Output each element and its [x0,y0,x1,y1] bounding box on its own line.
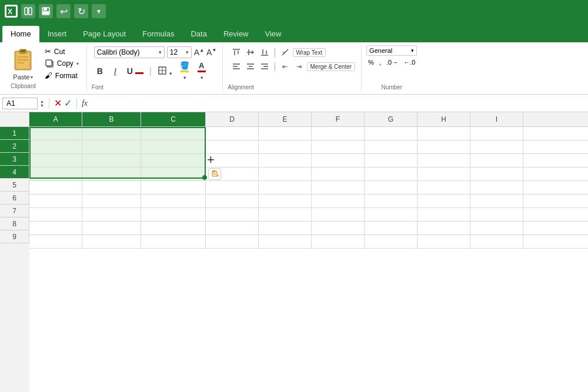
bold-button[interactable]: B [94,66,106,76]
cell-f8[interactable] [312,222,365,234]
cell-a8[interactable] [29,222,82,234]
align-top-button[interactable] [230,46,243,58]
cell-f3[interactable] [312,154,365,167]
cell-h6[interactable] [417,195,470,207]
cell-f9[interactable] [312,235,365,248]
col-header-d[interactable]: D [206,112,259,126]
cell-d7[interactable] [206,208,259,221]
fill-color-dropdown-arrow[interactable]: ▾ [183,75,186,81]
cell-a6[interactable] [29,195,82,207]
col-header-h[interactable]: H [417,112,470,126]
cell-g4[interactable] [365,167,417,180]
cell-f4[interactable] [312,167,365,180]
cell-g8[interactable] [365,222,417,234]
cell-b2[interactable] [82,140,141,153]
merge-center-button[interactable]: Merge & Center [307,62,356,71]
font-color-dropdown-arrow[interactable]: ▾ [201,75,203,81]
align-center-button[interactable] [244,61,257,72]
align-right-button[interactable] [258,61,271,72]
cell-e4[interactable] [259,167,312,180]
row-header-7[interactable]: 7 [0,205,29,217]
cell-b5[interactable] [82,181,141,194]
cell-e3[interactable] [259,154,312,167]
col-header-e[interactable]: E [259,112,312,126]
font-size-dropdown-arrow[interactable]: ▾ [186,49,189,55]
font-color-button[interactable]: A ▾ [195,61,208,82]
cell-h5[interactable] [417,181,470,194]
number-format-select[interactable]: General ▾ [366,45,417,56]
cut-button[interactable]: ✂ Cut [43,46,81,56]
cell-d8[interactable] [206,222,259,234]
italic-button[interactable]: I [109,66,121,76]
underline-button[interactable]: U [125,66,146,76]
customize-quick-access-button[interactable]: ▼ [92,4,106,18]
borders-dropdown-arrow[interactable]: ▾ [169,71,172,76]
align-bottom-button[interactable] [258,46,271,58]
cell-h8[interactable] [417,222,470,234]
increase-indent-button[interactable]: ⇥ [293,61,306,72]
cell-b7[interactable] [82,208,141,221]
cell-h1[interactable] [417,127,470,140]
increase-font-size-button[interactable]: A▲ [194,48,204,57]
cell-i9[interactable] [470,235,523,248]
cell-g5[interactable] [365,181,417,194]
cell-a2[interactable] [29,140,82,153]
align-middle-button[interactable] [244,46,257,58]
row-header-4[interactable]: 4 [0,166,29,179]
cell-e7[interactable] [259,208,312,221]
formula-input[interactable] [90,99,586,108]
tab-review[interactable]: Review [215,26,257,42]
cell-f5[interactable] [312,181,365,194]
cell-a3[interactable] [29,154,82,167]
col-header-a[interactable]: A [29,112,82,126]
col-header-c[interactable]: C [141,112,206,126]
cell-d4[interactable] [206,167,259,180]
cell-d9[interactable] [206,235,259,248]
cell-i1[interactable] [470,127,523,140]
percent-button[interactable]: % [366,58,376,66]
save-button[interactable] [39,4,53,18]
cell-c4[interactable] [141,167,206,180]
confirm-formula-button[interactable]: ✓ [64,98,72,109]
cell-b6[interactable] [82,195,141,207]
cell-f6[interactable] [312,195,365,207]
cell-e8[interactable] [259,222,312,234]
row-header-1[interactable]: 1 [0,127,29,140]
cell-d3[interactable]: + [206,154,259,167]
cell-g2[interactable] [365,140,417,153]
cell-a7[interactable] [29,208,82,221]
cell-i8[interactable] [470,222,523,234]
cell-d1[interactable] [206,127,259,140]
font-size-select[interactable]: 12 ▾ [167,46,192,58]
cell-i5[interactable] [470,181,523,194]
cell-h4[interactable] [417,167,470,180]
row-header-9[interactable]: 9 [0,230,29,243]
cell-b4[interactable] [82,167,141,180]
cell-a1[interactable] [29,127,82,140]
cell-e6[interactable] [259,195,312,207]
fill-color-button[interactable]: 🪣 ▾ [178,61,192,82]
cell-h3[interactable] [417,154,470,167]
row-header-2[interactable]: 2 [0,140,29,153]
cell-i4[interactable] [470,167,523,180]
cell-i7[interactable] [470,208,523,221]
paste-button[interactable] [11,46,35,72]
copy-button[interactable]: Copy ▾ [43,58,81,69]
cell-f7[interactable] [312,208,365,221]
decrease-indent-button[interactable]: ⇤ [279,61,292,72]
tab-home[interactable]: Home [2,26,39,42]
font-name-select[interactable]: Calibri (Body) ▾ [94,46,165,58]
cell-g9[interactable] [365,235,417,248]
cell-d6[interactable] [206,195,259,207]
cell-e9[interactable] [259,235,312,248]
cell-c1[interactable] [141,127,206,140]
cell-i2[interactable] [470,140,523,153]
col-header-f[interactable]: F [312,112,365,126]
cell-e5[interactable] [259,181,312,194]
redo-button[interactable]: ↻ [74,4,88,18]
increase-decimal-button[interactable]: .0→ [385,58,400,66]
cell-d5[interactable] [206,181,259,194]
decrease-font-size-button[interactable]: A▼ [206,48,216,57]
align-left-button[interactable] [230,61,243,72]
cancel-formula-button[interactable]: ✕ [54,98,62,109]
